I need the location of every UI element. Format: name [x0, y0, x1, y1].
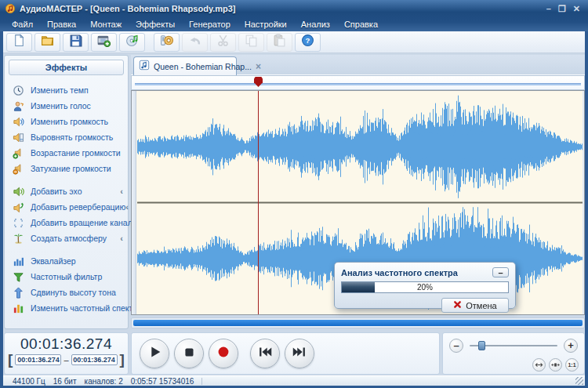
effect-item[interactable]: Затухание громкости	[5, 161, 128, 176]
cut-icon	[216, 34, 230, 50]
menu-справка[interactable]: Справка	[337, 18, 385, 31]
playhead-marker[interactable]	[254, 77, 263, 87]
transport-panel	[131, 332, 440, 375]
horizontal-scrollbar[interactable]	[131, 317, 585, 328]
open-file-button[interactable]	[34, 33, 60, 52]
timeline-ruler[interactable]	[131, 75, 585, 90]
play-button[interactable]	[140, 339, 169, 368]
effect-item[interactable]: Изменить громкость	[5, 114, 128, 129]
record-audio-button[interactable]	[154, 33, 180, 52]
zoom-out-button[interactable]: –	[449, 339, 463, 353]
effect-item[interactable]: Добавить эхо‹	[5, 183, 128, 199]
record-button[interactable]	[209, 339, 238, 368]
stop-button[interactable]	[174, 339, 204, 368]
video-add-icon	[97, 34, 111, 50]
menu-генератор[interactable]: Генератор	[182, 18, 238, 31]
new-file-button[interactable]	[6, 33, 32, 52]
tab-close-icon[interactable]: ×	[256, 63, 261, 71]
effect-item[interactable]: Изменить голос	[5, 98, 128, 114]
copy-button	[238, 33, 264, 52]
effect-label: Изменить частотный спектр	[31, 303, 137, 313]
progress-bar: 20%	[341, 281, 509, 293]
menu-монтаж[interactable]: Монтаж	[83, 18, 129, 31]
selection-end-field[interactable]: 00:01:36.274	[71, 354, 118, 365]
filter-icon	[13, 271, 24, 283]
effect-label: Частотный фильтр	[31, 272, 102, 281]
extract-from-video-button[interactable]	[91, 33, 117, 52]
effect-label: Возрастание громкости	[31, 148, 121, 158]
status-field: 0:05:57 15734016	[131, 377, 194, 386]
menu-файл[interactable]: Файл	[5, 18, 40, 31]
svg-text:?: ?	[306, 36, 310, 45]
toolbar: ?	[3, 31, 585, 53]
record-device-icon	[160, 34, 173, 50]
skip-start-button[interactable]	[250, 339, 280, 368]
save-icon	[69, 34, 82, 50]
chevron-left-icon: ‹	[120, 187, 123, 196]
app-logo-icon	[5, 3, 16, 14]
zoom-in-button[interactable]: +	[564, 339, 578, 353]
volume-icon	[13, 116, 24, 128]
effect-item[interactable]: Изменить темп	[5, 82, 128, 98]
effect-label: Добавить реверберацию	[31, 202, 125, 212]
minimize-window-button[interactable]: –	[546, 5, 551, 13]
tab-current-file[interactable]: Queen - Bohemian Rhap... ×	[133, 56, 237, 75]
selection-separator: –	[64, 355, 68, 364]
menu-правка[interactable]: Правка	[40, 18, 83, 31]
effect-item[interactable]: Добавить вращение каналов‹	[5, 215, 128, 230]
dialog-minimize-button[interactable]: –	[492, 267, 509, 277]
fit-all-button[interactable]	[532, 358, 546, 372]
close-window-button[interactable]: ✕	[573, 5, 580, 13]
selection-start-field[interactable]: 00:01:36.274	[15, 354, 61, 365]
grab-from-cd-button[interactable]	[119, 33, 145, 52]
spectrum-icon	[13, 303, 24, 314]
fade-in-icon	[13, 147, 24, 159]
time-display-panel: 00:01:36.274 [ 00:01:36.274 – 00:01:36.2…	[4, 332, 129, 375]
zoom-slider-handle[interactable]	[478, 341, 485, 350]
save-file-button[interactable]	[63, 33, 89, 52]
fade-out-icon	[13, 163, 24, 175]
resize-grip[interactable]	[575, 377, 583, 385]
effect-item[interactable]: Изменить частотный спектр	[5, 300, 128, 316]
cancel-x-icon	[453, 300, 462, 310]
left-gutter	[132, 91, 136, 314]
skip-end-button[interactable]	[285, 339, 314, 368]
maximize-window-button[interactable]: ❐	[558, 5, 566, 13]
window-title: АудиоМАСТЕР - [Queen - Bohemian Rhapsody…	[20, 4, 236, 13]
chevron-left-icon: ‹	[120, 234, 123, 243]
cancel-button[interactable]: Отмена	[441, 298, 509, 313]
equalizer-icon	[13, 256, 24, 267]
effect-item[interactable]: Сдвинуть высоту тона	[5, 285, 128, 300]
effect-item[interactable]: Выровнять громкость	[5, 129, 128, 145]
app-window: АудиоМАСТЕР - [Queen - Bohemian Rhapsody…	[0, 0, 588, 388]
one-to-one-button[interactable]: 1:1	[565, 358, 579, 372]
status-separator	[201, 378, 202, 385]
menu-настройки[interactable]: Настройки	[238, 18, 294, 31]
effect-item[interactable]: Эквалайзер	[5, 253, 128, 269]
skip-end-icon	[291, 343, 308, 364]
cut-button	[210, 33, 236, 52]
effect-item[interactable]: Возрастание громкости	[5, 145, 128, 161]
play-icon	[146, 343, 163, 364]
cd-audio-icon	[125, 34, 139, 50]
chevron-left-icon: ‹	[125, 202, 129, 212]
zoom-slider-track[interactable]	[470, 345, 557, 346]
status-field: 16 бит	[53, 377, 77, 386]
effect-item[interactable]: Добавить реверберацию‹	[5, 199, 128, 215]
tab-bar: Queen - Bohemian Rhap... ×	[131, 55, 585, 75]
effect-label: Изменить темп	[31, 85, 89, 95]
fit-selection-button[interactable]	[549, 358, 562, 372]
effect-item[interactable]: Создать атмосферу‹	[5, 230, 128, 246]
scrollbar-thumb[interactable]	[133, 320, 583, 326]
effects-sidebar: Эффекты Изменить темпИзменить голосИзмен…	[4, 55, 129, 329]
help-button[interactable]: ?	[295, 33, 321, 52]
help-icon: ?	[301, 34, 314, 50]
menu-эффекты[interactable]: Эффекты	[129, 18, 182, 31]
record-icon	[215, 343, 232, 364]
dialog-title: Анализ частотного спектра	[341, 268, 458, 277]
stop-icon	[180, 343, 198, 364]
menu-анализ[interactable]: Анализ	[294, 18, 337, 31]
effect-item[interactable]: Частотный фильтр	[5, 269, 128, 285]
folder-icon	[41, 34, 54, 50]
progress-percent-label: 20%	[342, 283, 508, 292]
